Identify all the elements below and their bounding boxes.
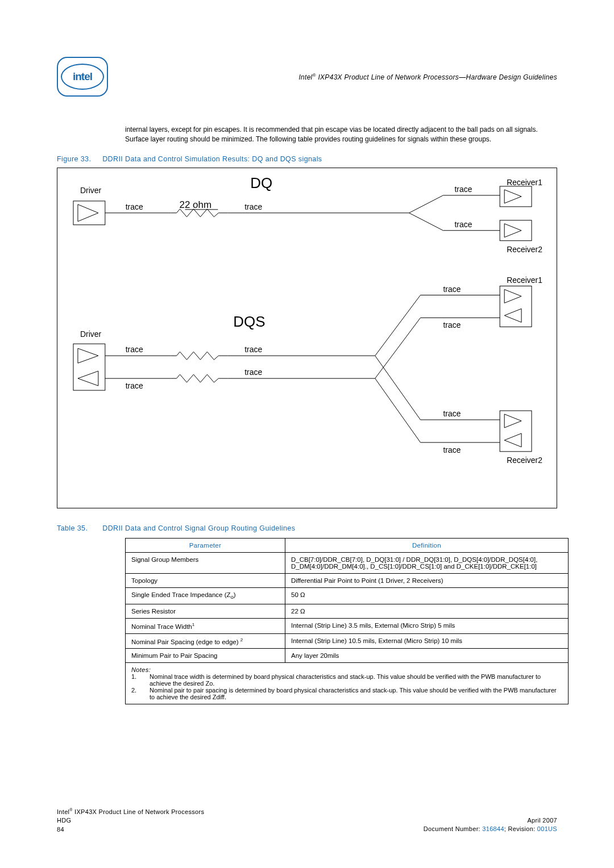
table-caption: Table 35. DDRII Data and Control Signal … <box>57 524 557 532</box>
svg-marker-14 <box>78 348 98 363</box>
svg-marker-33 <box>504 433 521 447</box>
trace-label: trace <box>244 345 262 354</box>
param-cell: Nominal Trace Width1 <box>126 618 285 633</box>
svg-marker-10 <box>504 190 521 203</box>
note-index: 1. <box>131 673 139 687</box>
table-row: Nominal Trace Width1 Internal (Strip Lin… <box>126 618 569 633</box>
receiver2-label: Receiver2 <box>507 456 542 465</box>
def-cell: Any layer 20mils <box>285 649 569 663</box>
driver-label: Driver <box>80 329 102 339</box>
ohm-label: 22 ohm <box>180 199 212 210</box>
trace-label: trace <box>126 202 143 211</box>
col-parameter: Parameter <box>126 539 285 553</box>
notes-head: Notes: <box>131 666 562 673</box>
def-cell: D_CB[7:0]/DDR_CB[7:0], D_DQ[31:0] / DDR_… <box>285 553 569 574</box>
def-cell: Internal (Strip Line) 3.5 mils, External… <box>285 618 569 633</box>
page-footer: Intel® IXP43X Product Line of Network Pr… <box>57 807 557 834</box>
receiver2-label: Receiver2 <box>507 244 542 253</box>
table-row: Signal Group Members D_CB[7:0]/DDR_CB[7:… <box>126 553 569 574</box>
note-text: Nominal trace width is determined by boa… <box>150 673 562 687</box>
trace-label: trace <box>244 202 262 211</box>
param-cell: Single Ended Trace Impedance (Zo) <box>126 588 285 604</box>
trace-label: trace <box>454 220 472 229</box>
table-row: Topology Differential Pair Point to Poin… <box>126 574 569 588</box>
figure-33: .t { font-family: Arial, sans-serif; fon… <box>57 168 557 509</box>
footer-hdg: HDG <box>57 816 204 825</box>
table-label: Table 35. <box>57 524 88 532</box>
routing-guidelines-table: Parameter Definition Signal Group Member… <box>125 538 569 704</box>
intro-paragraph: internal layers, except for pin escapes.… <box>125 125 557 145</box>
intel-logo: intel <box>57 57 108 97</box>
receiver1-label: Receiver1 <box>507 275 542 284</box>
svg-marker-1 <box>78 205 98 222</box>
trace-label: trace <box>244 368 262 377</box>
table-row: Series Resistor 22 Ω <box>126 604 569 618</box>
notes-cell: Notes: 1. Nominal trace width is determi… <box>126 663 569 704</box>
driver-label: Driver <box>80 186 102 195</box>
dq-title: DQ <box>250 175 272 191</box>
figure-label: Figure 33. <box>57 155 91 163</box>
doc-title-suffix: IXP43X Product Line of Network Processor… <box>316 73 557 81</box>
figure-title: DDRII Data and Control Simulation Result… <box>102 155 322 163</box>
footer-docnum: Document Number: 316844; Revision: 001US <box>424 825 557 833</box>
document-title: Intel® IXP43X Product Line of Network Pr… <box>298 73 557 81</box>
table-row: Minimum Pair to Pair Spacing Any layer 2… <box>126 649 569 663</box>
svg-marker-15 <box>78 371 98 386</box>
trace-label: trace <box>126 345 143 354</box>
trace-label: trace <box>443 284 460 293</box>
param-cell: Nominal Pair Spacing (edge to edge) 2 <box>126 633 285 649</box>
doc-title-prefix: Intel <box>298 73 312 81</box>
param-cell: Minimum Pair to Pair Spacing <box>126 649 285 663</box>
table-row: Nominal Pair Spacing (edge to edge) 2 In… <box>126 633 569 649</box>
receiver1-label: Receiver1 <box>507 178 542 187</box>
table-title: DDRII Data and Control Signal Group Rout… <box>102 524 295 532</box>
def-cell: 50 Ω <box>285 588 569 604</box>
def-cell: Internal (Strip Line) 10.5 mils, Externa… <box>285 633 569 649</box>
footer-page-number: 84 <box>57 825 204 834</box>
svg-marker-12 <box>504 224 521 237</box>
dqs-title: DQS <box>233 314 265 329</box>
svg-line-21 <box>375 318 421 378</box>
table-row: Single Ended Trace Impedance (Zo) 50 Ω <box>126 588 569 604</box>
footer-product: Intel® IXP43X Product Line of Network Pr… <box>57 807 204 816</box>
svg-line-6 <box>409 213 443 231</box>
trace-label: trace <box>443 320 460 329</box>
svg-marker-32 <box>504 414 521 428</box>
note-text: Nominal pair to pair spacing is determin… <box>150 687 562 700</box>
footer-date: April 2007 <box>424 816 557 825</box>
param-cell: Topology <box>126 574 285 588</box>
trace-label: trace <box>126 381 143 390</box>
col-definition: Definition <box>285 539 569 553</box>
svg-marker-26 <box>504 308 521 322</box>
svg-line-20 <box>375 295 421 356</box>
figure-caption: Figure 33. DDRII Data and Control Simula… <box>57 155 557 163</box>
simulation-diagram: .t { font-family: Arial, sans-serif; fon… <box>57 168 557 508</box>
svg-marker-25 <box>504 289 521 303</box>
trace-label: trace <box>443 445 460 454</box>
param-cell: Series Resistor <box>126 604 285 618</box>
param-cell: Signal Group Members <box>126 553 285 574</box>
table-notes-row: Notes: 1. Nominal trace width is determi… <box>126 663 569 704</box>
trace-label: trace <box>454 185 472 194</box>
intel-logo-text: intel <box>61 64 104 90</box>
def-cell: 22 Ω <box>285 604 569 618</box>
note-index: 2. <box>131 687 139 700</box>
def-cell: Differential Pair Point to Point (1 Driv… <box>285 574 569 588</box>
trace-label: trace <box>443 409 460 418</box>
svg-line-5 <box>409 195 443 213</box>
page-header: intel Intel® IXP43X Product Line of Netw… <box>57 57 557 97</box>
